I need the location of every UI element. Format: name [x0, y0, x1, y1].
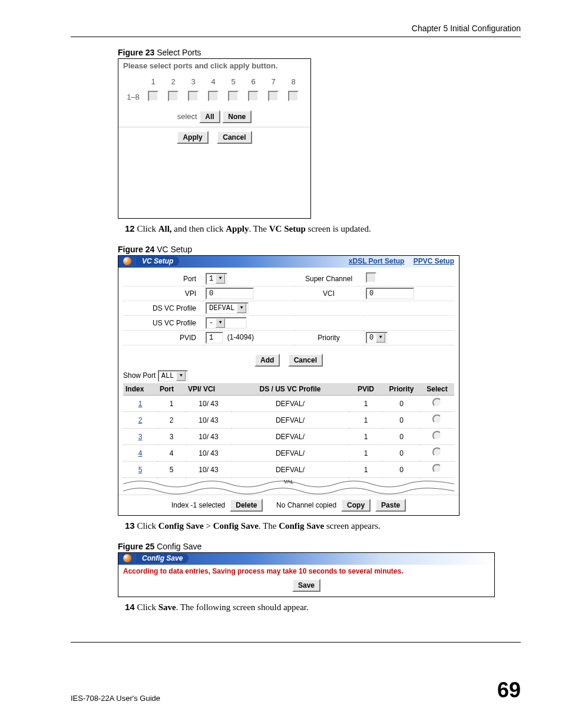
label-pvid: PVID — [123, 331, 203, 345]
port-select[interactable]: 1 — [206, 273, 227, 285]
row-select-radio[interactable] — [432, 464, 442, 473]
show-port-label: Show Port — [123, 371, 156, 380]
vc-table: Index Port VPI/ VCI DS / US VC Profile P… — [123, 383, 454, 478]
step-13: 13 Click Config Save > Config Save. The … — [125, 521, 521, 531]
step-13-number: 13 — [125, 521, 135, 531]
fig23-col-7: 7 — [263, 74, 283, 89]
fig23-title: Please select ports and click apply butt… — [123, 61, 306, 70]
config-save-tab: Config Save — [136, 554, 189, 563]
svg-text:VAL: VAL — [284, 479, 293, 485]
selected-index-label: Index -1 selected — [171, 501, 225, 509]
port-checkbox-1[interactable] — [148, 91, 158, 101]
th-select: Select — [420, 383, 454, 396]
row-index-link[interactable]: 4 — [138, 449, 143, 457]
cancel-button[interactable]: Cancel — [217, 131, 252, 144]
table-row: 2 2 10/ 43 DEFVAL/ 1 0 — [123, 412, 454, 429]
row-select-radio[interactable] — [432, 398, 442, 407]
orb-icon — [123, 257, 131, 265]
save-button[interactable]: Save — [292, 579, 320, 592]
ppvc-setup-link[interactable]: PPVC Setup — [414, 257, 454, 265]
figure24-caption: Figure 24 VC Setup — [118, 245, 521, 254]
row-select-radio[interactable] — [432, 414, 442, 424]
port-checkbox-7[interactable] — [268, 91, 279, 101]
th-profile: DS / US VC Profile — [232, 383, 349, 396]
step-14: 14 Click Save. The following screen shou… — [125, 602, 521, 612]
step-12: 12 Click All, and then click Apply. The … — [125, 223, 521, 234]
row-index-link[interactable]: 1 — [138, 400, 143, 408]
super-channel-checkbox[interactable] — [366, 272, 376, 283]
select-all-button[interactable]: All — [199, 110, 220, 123]
figure23-caption: Figure 23 Select Ports — [118, 48, 521, 57]
fig23-col-3: 3 — [183, 74, 203, 89]
figure24-caption-bold: Figure 24 — [118, 245, 154, 254]
th-priority: Priority — [383, 383, 420, 396]
xdsl-port-setup-link[interactable]: xDSL Port Setup — [349, 257, 404, 265]
fig23-select-label: select — [177, 112, 197, 121]
apply-button[interactable]: Apply — [177, 131, 208, 144]
fig23-row-label: 1–8 — [123, 89, 143, 104]
th-vpivci: VPI/ VCI — [186, 383, 232, 396]
select-none-button[interactable]: None — [222, 110, 252, 123]
vci-input[interactable]: 0 — [366, 288, 414, 299]
port-checkbox-4[interactable] — [208, 91, 219, 101]
fig23-col-1: 1 — [143, 74, 163, 89]
page-number: 69 — [497, 678, 521, 703]
row-index-link[interactable]: 2 — [138, 416, 143, 424]
port-checkbox-6[interactable] — [248, 91, 259, 101]
show-port-select[interactable]: ALL — [158, 370, 189, 382]
add-button[interactable]: Add — [254, 354, 280, 367]
figure25-caption-rest: Config Save — [154, 542, 201, 551]
vc-setup-tab: VC Setup — [136, 256, 179, 266]
table-row: 1 1 10/ 43 DEFVAL/ 1 0 — [123, 396, 454, 412]
chapter-header: Chapter 5 Initial Configuration — [71, 24, 521, 33]
figure25-caption: Figure 25 Config Save — [118, 542, 521, 551]
port-checkbox-5[interactable] — [228, 91, 239, 101]
fig25-tabheader: Config Save — [118, 553, 494, 565]
priority-select[interactable]: 0 — [366, 332, 388, 344]
row-index-link[interactable]: 3 — [138, 433, 143, 441]
fig23-col-2: 2 — [163, 74, 183, 89]
vc-cancel-button[interactable]: Cancel — [288, 354, 323, 367]
config-save-warning: According to data entries, Saving proces… — [118, 565, 494, 579]
port-checkbox-3[interactable] — [188, 91, 199, 101]
chevron-down-icon — [176, 371, 186, 381]
port-checkbox-2[interactable] — [168, 91, 178, 101]
port-checkbox-8[interactable] — [288, 91, 299, 101]
delete-button[interactable]: Delete — [230, 499, 263, 512]
fig23-col-6: 6 — [243, 74, 263, 89]
label-vpi: VPI — [123, 286, 203, 301]
fig23-port-table: 1 2 3 4 5 6 7 8 1–8 — [123, 74, 303, 104]
fig23-col-8: 8 — [283, 74, 303, 89]
copy-button[interactable]: Copy — [341, 499, 371, 512]
chevron-down-icon — [216, 274, 225, 284]
fig24-tabheader: VC Setup xDSL Port Setup PPVC Setup — [118, 256, 459, 268]
figure25-config-save: Config Save According to data entries, S… — [118, 552, 495, 597]
figure24-caption-rest: VC Setup — [154, 245, 192, 254]
row-index-link[interactable]: 5 — [138, 466, 143, 474]
fig23-col-5: 5 — [223, 74, 243, 89]
usvc-profile-select[interactable]: - — [206, 317, 247, 329]
fig23-col-4: 4 — [203, 74, 223, 89]
table-row: 5 5 10/ 43 DEFVAL/ 1 0 — [123, 462, 454, 478]
label-dsvc: DS VC Profile — [123, 301, 203, 316]
label-priority: Priority — [294, 331, 363, 345]
row-select-radio[interactable] — [432, 431, 442, 440]
chevron-down-icon — [376, 333, 385, 342]
label-super-channel: Super Channel — [294, 271, 363, 286]
figure25-caption-bold: Figure 25 — [118, 542, 154, 551]
figure23-caption-rest: Select Ports — [154, 48, 201, 57]
table-truncation-wave: VAL — [123, 478, 454, 495]
table-row: 3 3 10/ 43 DEFVAL/ 1 0 — [123, 429, 454, 445]
no-channel-copied-label: No Channel copied — [276, 501, 336, 509]
label-vci: VCI — [294, 286, 363, 301]
paste-button[interactable]: Paste — [375, 499, 406, 512]
header-rule — [71, 37, 521, 37]
row-select-radio[interactable] — [432, 447, 442, 457]
vpi-input[interactable]: 0 — [206, 288, 254, 299]
chevron-down-icon — [216, 318, 225, 328]
pvid-hint: (1-4094) — [227, 333, 254, 341]
th-index: Index — [123, 383, 157, 396]
dsvc-profile-select[interactable]: DEFVAL — [206, 302, 249, 314]
pvid-input[interactable]: 1 — [206, 332, 223, 344]
orb-icon — [123, 554, 131, 562]
